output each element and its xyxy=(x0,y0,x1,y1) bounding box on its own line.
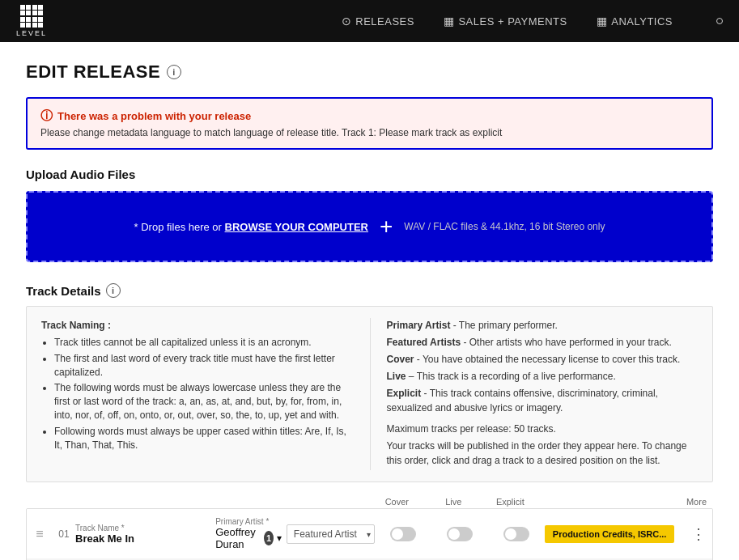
nav-releases[interactable]: ⊙ RELEASES xyxy=(342,15,414,28)
page-title-row: EDIT RELEASE i xyxy=(26,62,713,83)
navbar: LEVEL ⊙ RELEASES ▦ SALES + PAYMENTS ▦ AN… xyxy=(0,0,739,42)
error-banner: ⓘ There was a problem with your release … xyxy=(26,97,713,150)
artist-name: Geoffrey Duran xyxy=(215,526,261,550)
artist-label-wrap: Primary Artist * Geoffrey Duran 1 ▾ xyxy=(215,517,282,550)
track-row-container: ≡ 01 Track Name * Break Me In Primary Ar… xyxy=(26,508,713,560)
explicit-toggle[interactable] xyxy=(503,527,529,541)
profile-dot[interactable] xyxy=(716,18,723,24)
info-primary-artist: Primary Artist - The primary performer. xyxy=(387,318,699,333)
live-toggle[interactable] xyxy=(447,527,473,541)
info-box-left: Track Naming : Track titles cannot be al… xyxy=(41,318,370,470)
info-featured-artists: Featured Artists - Other artists who hav… xyxy=(387,335,699,350)
releases-icon: ⊙ xyxy=(342,15,352,28)
drag-handle[interactable]: ≡ xyxy=(27,527,53,541)
track-row: ≡ 01 Track Name * Break Me In Primary Ar… xyxy=(27,509,712,558)
track-details-title: Track Details xyxy=(26,284,101,298)
production-credits-badge[interactable]: Production Credits, ISRC... xyxy=(545,528,685,540)
releases-label: RELEASES xyxy=(355,15,414,28)
info-order: Your tracks will be published in the ord… xyxy=(387,439,699,468)
page-content: EDIT RELEASE i ⓘ There was a problem wit… xyxy=(0,42,739,560)
dropzone-text: * Drop files here or BROWSE YOUR COMPUTE… xyxy=(134,221,368,233)
dropzone[interactable]: * Drop files here or BROWSE YOUR COMPUTE… xyxy=(26,191,713,262)
live-toggle-knob xyxy=(448,528,460,540)
artist-count-badge: 1 xyxy=(264,531,273,545)
logo-text: LEVEL xyxy=(16,29,47,37)
cover-toggle-knob xyxy=(392,528,403,540)
info-live: Live – This track is a recording of a li… xyxy=(387,369,699,384)
error-icon: ⓘ xyxy=(40,108,53,124)
col-cover: Cover xyxy=(368,497,425,507)
track-name-label: Track Name * xyxy=(75,524,215,532)
info-box-right: Primary Artist - The primary performer. … xyxy=(370,318,699,470)
track-number: 01 xyxy=(53,528,75,540)
track-naming-rules: Track titles cannot be all capitalized u… xyxy=(54,336,354,452)
sales-icon: ▦ xyxy=(444,15,455,28)
dropzone-plus-icon: + xyxy=(380,214,393,240)
featured-artist-select[interactable]: Featured Artist xyxy=(287,524,375,544)
track-details-info-icon[interactable]: i xyxy=(106,283,121,298)
artist-dropdown-btn[interactable]: ▾ xyxy=(277,532,282,544)
logo-grid xyxy=(20,5,44,28)
track-naming-heading: Track Naming : xyxy=(41,320,111,331)
info-cover: Cover - You have obtained the necessary … xyxy=(387,352,699,367)
dropzone-format: WAV / FLAC files & 44.1khz, 16 bit Stere… xyxy=(404,221,605,232)
rule-1: Track titles cannot be all capitalized u… xyxy=(54,336,354,350)
error-title: There was a problem with your release xyxy=(57,110,251,122)
error-title-row: ⓘ There was a problem with your release xyxy=(40,108,699,124)
column-headers: Cover Live Explicit More xyxy=(26,497,713,507)
nav-analytics[interactable]: ▦ ANALYTICS xyxy=(597,15,673,28)
page-info-icon[interactable]: i xyxy=(167,65,181,79)
cover-toggle[interactable] xyxy=(390,527,416,541)
track-name: Break Me In xyxy=(75,532,134,545)
track-artist-cell: Primary Artist * Geoffrey Duran 1 ▾ Feat… xyxy=(215,517,375,550)
page-title: EDIT RELEASE xyxy=(26,62,160,83)
track-name-cell: Track Name * Break Me In xyxy=(75,524,215,545)
info-max-tracks: Maximum tracks per release: 50 tracks. xyxy=(387,422,699,436)
featured-artist-wrap[interactable]: Featured Artist xyxy=(287,524,375,544)
navbar-links: ⊙ RELEASES ▦ SALES + PAYMENTS ▦ ANALYTIC… xyxy=(342,15,723,28)
analytics-icon: ▦ xyxy=(597,15,608,28)
track-more-button[interactable]: ⋮ xyxy=(685,525,712,543)
rule-3: The following words must be always lower… xyxy=(54,381,354,422)
sales-label: SALES + PAYMENTS xyxy=(458,15,567,28)
rule-2: The first and last word of every track t… xyxy=(54,352,354,380)
upload-section-title: Upload Audio Files xyxy=(26,168,713,181)
col-live: Live xyxy=(425,497,482,507)
col-explicit: Explicit xyxy=(482,497,538,507)
analytics-label: ANALYTICS xyxy=(611,15,673,28)
explicit-toggle-knob xyxy=(505,528,516,540)
info-explicit: Explicit - This track contains offensive… xyxy=(387,386,699,415)
col-more: More xyxy=(686,497,713,507)
nav-sales[interactable]: ▦ SALES + PAYMENTS xyxy=(444,15,567,28)
logo: LEVEL xyxy=(16,5,47,38)
error-body: Please change metadata language to match… xyxy=(40,127,699,138)
browse-computer-link[interactable]: BROWSE YOUR COMPUTER xyxy=(225,221,368,233)
info-box: Track Naming : Track titles cannot be al… xyxy=(26,306,713,482)
artist-label: Primary Artist * xyxy=(215,517,282,526)
track-details-title-row: Track Details i xyxy=(26,283,713,298)
dropzone-text1: * Drop files here or xyxy=(134,221,225,233)
rule-4: Following words must always be upper cas… xyxy=(54,425,354,452)
production-credits-label: Production Credits, ISRC... xyxy=(545,525,675,543)
